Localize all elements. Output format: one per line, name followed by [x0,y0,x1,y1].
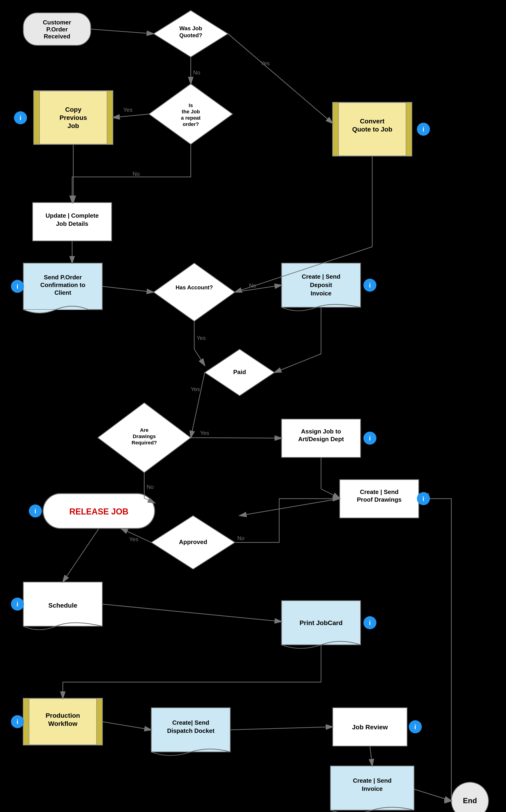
svg-line-111 [230,727,333,730]
svg-line-112 [370,746,372,766]
svg-line-72 [91,29,154,34]
svg-text:Are: Are [140,427,149,433]
svg-line-75 [228,34,333,123]
svg-text:Yes: Yes [129,536,138,542]
svg-rect-21 [406,102,412,156]
svg-text:i: i [16,601,18,608]
svg-text:Job: Job [68,122,79,130]
svg-text:Quote to Job: Quote to Job [352,126,393,133]
svg-line-105 [63,528,99,582]
svg-text:Required?: Required? [132,440,157,446]
svg-line-84 [102,286,154,292]
svg-text:the Job: the Job [182,109,200,115]
svg-text:No: No [147,484,154,490]
svg-text:Assign Job to: Assign Job to [301,428,341,435]
svg-text:Has Account?: Has Account? [176,284,213,291]
svg-text:End: End [463,796,477,805]
svg-line-88 [274,354,321,372]
svg-text:Art/Design Dept: Art/Design Dept [298,436,344,443]
svg-rect-14 [34,91,39,144]
svg-text:No: No [193,69,200,76]
svg-text:Create | Send: Create | Send [302,273,340,280]
svg-text:order?: order? [183,121,199,127]
svg-text:i: i [369,619,371,626]
svg-rect-59 [96,698,102,745]
svg-text:Production: Production [46,712,80,719]
svg-text:RELEASE JOB: RELEASE JOB [69,507,129,516]
svg-text:Update | Complete: Update | Complete [46,212,99,219]
svg-line-110 [102,722,151,730]
svg-line-92 [191,372,205,438]
svg-text:No: No [237,535,245,541]
svg-text:Dispatch Docket: Dispatch Docket [167,727,215,734]
svg-text:i: i [34,508,36,515]
svg-text:Previous: Previous [60,114,87,121]
svg-text:Yes: Yes [196,335,206,341]
svg-text:Job Review: Job Review [352,724,388,731]
svg-text:Client: Client [55,289,71,296]
svg-text:i: i [369,435,371,442]
svg-text:Yes: Yes [123,106,133,113]
svg-text:Create| Send: Create| Send [172,719,209,726]
svg-line-113 [414,789,451,801]
svg-text:Create | Send: Create | Send [360,489,399,495]
svg-text:Schedule: Schedule [49,602,77,609]
svg-text:Approved: Approved [179,538,207,545]
svg-text:Yes: Yes [200,430,209,436]
svg-text:Paid: Paid [233,369,246,375]
svg-text:Yes: Yes [191,386,200,392]
svg-line-77 [113,114,149,118]
svg-text:Received: Received [44,33,70,40]
svg-line-97 [321,489,340,498]
svg-text:i: i [16,718,18,725]
svg-text:Confirmation to: Confirmation to [40,282,85,288]
svg-text:Deposit: Deposit [310,282,332,288]
svg-text:a repeat: a repeat [181,115,201,121]
svg-text:Convert: Convert [360,118,385,125]
svg-text:No: No [249,282,256,289]
svg-text:i: i [422,495,424,502]
svg-text:Customer: Customer [43,19,71,26]
svg-rect-15 [107,91,113,144]
svg-text:Copy: Copy [65,106,81,113]
svg-text:i: i [16,283,18,290]
svg-text:P.Order: P.Order [46,26,68,33]
svg-text:Print JobCard: Print JobCard [300,619,342,626]
svg-line-94 [191,438,281,438]
svg-text:Create | Send: Create | Send [353,777,392,784]
svg-marker-31 [154,263,235,321]
svg-line-106 [102,604,281,621]
svg-text:Proof Drawings: Proof Drawings [357,496,402,503]
svg-text:Workflow: Workflow [48,720,77,727]
svg-text:i: i [422,126,424,133]
svg-text:Is: Is [189,102,193,108]
svg-text:Invoice: Invoice [311,290,332,297]
svg-text:Job Details: Job Details [56,220,88,227]
svg-text:Send P.Order: Send P.Order [44,274,82,281]
svg-text:Was Job: Was Job [179,25,202,31]
svg-text:Drawings: Drawings [133,434,156,439]
svg-text:i: i [414,723,416,731]
svg-line-85 [235,285,281,292]
svg-rect-20 [333,102,338,156]
svg-text:Invoice: Invoice [362,785,383,792]
svg-text:Yes: Yes [261,60,270,66]
svg-rect-58 [23,698,29,745]
svg-text:i: i [19,114,21,122]
svg-text:Quoted?: Quoted? [179,32,202,39]
svg-line-90 [194,349,205,366]
svg-text:No: No [133,171,140,177]
svg-text:i: i [369,282,371,289]
